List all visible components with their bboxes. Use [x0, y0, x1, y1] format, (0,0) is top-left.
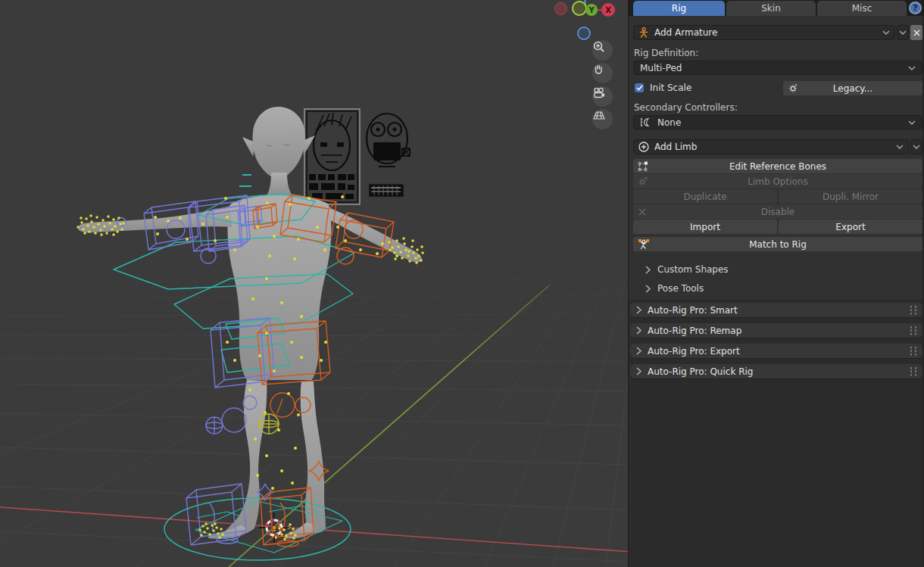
close-icon	[913, 30, 920, 36]
disable-button[interactable]: Disable	[633, 204, 922, 219]
perspective-toggle-button[interactable]	[592, 109, 613, 129]
face-reference-image-2[interactable]	[367, 114, 410, 167]
autorig-export-label: Auto-Rig Pro: Export	[648, 346, 740, 357]
edit-reference-bones-button[interactable]: Edit Reference Bones	[633, 159, 922, 173]
panel-autorig-export[interactable]: Auto-Rig Pro: Export	[630, 344, 922, 358]
chevron-down-icon	[908, 66, 916, 70]
disable-label: Disable	[761, 207, 795, 217]
panel-autorig-remap[interactable]: Auto-Rig Pro: Remap	[630, 323, 922, 338]
import-label: Import	[690, 222, 720, 232]
chevron-down-icon	[896, 145, 904, 149]
dupli-mirror-label: Dupli. Mirror	[823, 192, 879, 202]
chevron-right-icon	[636, 347, 641, 355]
legacy-button-label: Legacy...	[833, 83, 872, 94]
tab-rig[interactable]: Rig	[633, 1, 725, 16]
chevron-right-icon	[636, 367, 641, 375]
viewport-3d[interactable]: Y X	[0, 0, 629, 567]
add-limb-label: Add Limb	[654, 142, 697, 152]
duplicate-label: Duplicate	[683, 192, 726, 202]
add-limb-dropdown[interactable]: Add Limb	[633, 139, 909, 154]
secondary-controllers-label: Secondary Controllers:	[634, 102, 738, 113]
export-button[interactable]: Export	[779, 220, 922, 234]
drag-grip-icon[interactable]	[909, 366, 918, 376]
limb-options-label: Limb Options	[748, 176, 807, 187]
armature-icon	[638, 27, 649, 38]
tab-skin[interactable]: Skin	[726, 1, 816, 16]
zoom-icon	[592, 40, 605, 53]
reference-strip-image[interactable]	[369, 184, 404, 197]
panel-autorig-quick-rig[interactable]: Auto-Rig Pro: Quick Rig	[630, 364, 922, 379]
autorig-smart-label: Auto-Rig Pro: Smart	[648, 305, 738, 316]
sidebar-tabbar: Rig Skin Misc ?	[629, 0, 924, 16]
rig-definition-value: Multi-Ped	[640, 63, 682, 73]
section-pose-tools[interactable]: Pose Tools	[645, 283, 704, 294]
viewport-scene	[0, 0, 629, 567]
perspective-grid-icon	[592, 109, 606, 122]
drag-grip-icon[interactable]	[909, 346, 918, 356]
chevron-right-icon	[645, 285, 651, 293]
add-armature-dropdown[interactable]: Add Armature	[633, 25, 895, 40]
drag-grip-icon[interactable]	[909, 326, 918, 335]
init-scale-label: Init Scale	[650, 83, 691, 93]
bone-shape-icon	[640, 117, 652, 127]
chevron-right-icon	[636, 306, 641, 314]
match-to-rig-icon	[638, 238, 650, 250]
chevron-down-icon	[882, 30, 890, 35]
gizmo-y-ball[interactable]: Y	[585, 4, 598, 16]
camera-view-icon	[592, 86, 606, 99]
add-armature-label: Add Armature	[654, 27, 717, 38]
pan-hand-icon	[592, 63, 605, 76]
delete-armature-button[interactable]	[910, 25, 922, 40]
camera-view-button[interactable]	[592, 86, 613, 107]
import-button[interactable]: Import	[633, 220, 777, 234]
chevron-right-icon	[636, 326, 641, 335]
autorig-remap-label: Auto-Rig Pro: Remap	[648, 326, 741, 336]
match-to-rig-button[interactable]: Match to Rig	[633, 237, 922, 251]
rig-definition-label: Rig Definition:	[634, 48, 698, 58]
limb-options-button[interactable]: Limb Options	[633, 174, 922, 188]
rig-tab-content-bg	[629, 16, 922, 299]
gizmo-x-ball[interactable]: X	[601, 3, 615, 17]
chevron-down-icon	[913, 145, 920, 149]
dupli-mirror-button[interactable]: Dupli. Mirror	[779, 189, 922, 204]
chevron-down-icon	[908, 120, 916, 125]
drag-grip-icon[interactable]	[909, 305, 918, 315]
region-divider[interactable]	[628, 0, 629, 567]
face-reference-image-1[interactable]	[304, 109, 360, 204]
sidebar-panel: Rig Skin Misc ? Add Armature Rig Definit…	[629, 0, 924, 567]
autorig-quick-rig-label: Auto-Rig Pro: Quick Rig	[648, 366, 753, 377]
zoom-button[interactable]	[592, 40, 613, 61]
chevron-down-icon	[899, 30, 907, 35]
secondary-controllers-value: None	[657, 117, 681, 128]
add-icon	[638, 142, 649, 152]
legacy-button[interactable]: Legacy...	[783, 81, 922, 95]
armature-presets-button[interactable]	[897, 25, 909, 40]
gizmo-neg-y-ball[interactable]	[572, 1, 587, 16]
rig-definition-select[interactable]: Multi-Ped	[633, 61, 922, 75]
help-icon[interactable]: ?	[909, 2, 922, 14]
duplicate-button[interactable]: Duplicate	[633, 189, 777, 204]
match-to-rig-label: Match to Rig	[749, 239, 807, 250]
secondary-controllers-select[interactable]: None	[633, 115, 922, 129]
gizmo-neg-z-ball[interactable]	[577, 26, 591, 40]
x-icon	[638, 207, 647, 217]
pose-tools-label: Pose Tools	[657, 283, 704, 294]
gear-sparkle-icon	[788, 83, 798, 93]
blender-window: Y X	[0, 0, 924, 567]
init-scale-checkbox[interactable]: Init Scale	[635, 83, 691, 93]
gear-sparkle-icon	[638, 176, 648, 186]
edit-mode-icon	[638, 160, 648, 171]
checkbox-checked-icon	[635, 83, 644, 92]
section-custom-shapes[interactable]: Custom Shapes	[645, 264, 729, 275]
chevron-right-icon	[645, 266, 651, 274]
gizmo-neg-x-ball[interactable]	[554, 2, 567, 15]
tab-misc[interactable]: Misc	[817, 1, 907, 16]
export-label: Export	[835, 222, 865, 232]
edit-reference-bones-label: Edit Reference Bones	[729, 161, 826, 172]
pan-button[interactable]	[592, 63, 613, 83]
custom-shapes-label: Custom Shapes	[657, 264, 729, 275]
limb-presets-button[interactable]	[910, 139, 922, 154]
panel-autorig-smart[interactable]: Auto-Rig Pro: Smart	[630, 303, 922, 317]
